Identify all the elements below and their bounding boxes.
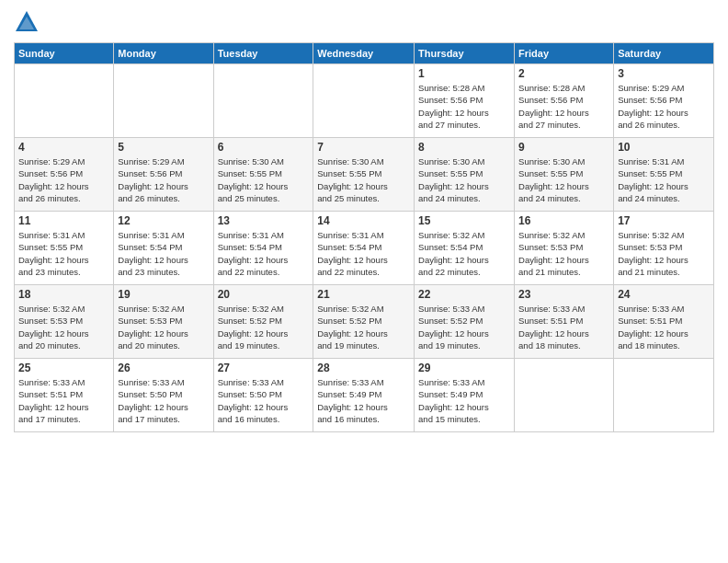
day-number: 6 — [218, 141, 310, 154]
day-detail: Sunrise: 5:28 AM Sunset: 5:56 PM Dayligh… — [518, 82, 609, 131]
day-detail: Sunrise: 5:33 AM Sunset: 5:50 PM Dayligh… — [218, 376, 310, 425]
logo — [14, 9, 43, 35]
calendar-week-4: 18Sunrise: 5:32 AM Sunset: 5:53 PM Dayli… — [15, 285, 714, 359]
calendar-cell: 2Sunrise: 5:28 AM Sunset: 5:56 PM Daylig… — [515, 64, 614, 138]
calendar-week-5: 25Sunrise: 5:33 AM Sunset: 5:51 PM Dayli… — [15, 359, 714, 432]
calendar-header-tuesday: Tuesday — [213, 43, 313, 64]
day-detail: Sunrise: 5:33 AM Sunset: 5:49 PM Dayligh… — [317, 376, 410, 425]
day-detail: Sunrise: 5:33 AM Sunset: 5:50 PM Dayligh… — [118, 376, 209, 425]
calendar-cell: 22Sunrise: 5:33 AM Sunset: 5:52 PM Dayli… — [415, 285, 515, 359]
calendar-cell: 6Sunrise: 5:30 AM Sunset: 5:55 PM Daylig… — [213, 138, 313, 212]
page: SundayMondayTuesdayWednesdayThursdayFrid… — [0, 0, 728, 563]
calendar-cell: 12Sunrise: 5:31 AM Sunset: 5:54 PM Dayli… — [114, 212, 213, 285]
calendar-cell — [313, 64, 415, 138]
day-number: 11 — [18, 214, 109, 227]
day-detail: Sunrise: 5:32 AM Sunset: 5:53 PM Dayligh… — [118, 303, 209, 351]
day-detail: Sunrise: 5:31 AM Sunset: 5:55 PM Dayligh… — [18, 229, 109, 278]
day-detail: Sunrise: 5:31 AM Sunset: 5:54 PM Dayligh… — [317, 229, 410, 278]
calendar-cell: 15Sunrise: 5:32 AM Sunset: 5:54 PM Dayli… — [415, 212, 515, 285]
day-number: 28 — [317, 362, 410, 374]
day-detail: Sunrise: 5:32 AM Sunset: 5:53 PM Dayligh… — [518, 229, 609, 278]
calendar-cell: 4Sunrise: 5:29 AM Sunset: 5:56 PM Daylig… — [15, 138, 114, 212]
calendar-cell: 20Sunrise: 5:32 AM Sunset: 5:52 PM Dayli… — [213, 285, 313, 359]
day-detail: Sunrise: 5:31 AM Sunset: 5:54 PM Dayligh… — [218, 229, 310, 278]
calendar-cell: 23Sunrise: 5:33 AM Sunset: 5:51 PM Dayli… — [515, 285, 614, 359]
calendar-cell: 13Sunrise: 5:31 AM Sunset: 5:54 PM Dayli… — [213, 212, 313, 285]
day-detail: Sunrise: 5:31 AM Sunset: 5:55 PM Dayligh… — [618, 155, 710, 204]
day-number: 3 — [618, 67, 710, 80]
calendar-cell — [15, 64, 114, 138]
calendar-week-3: 11Sunrise: 5:31 AM Sunset: 5:55 PM Dayli… — [15, 212, 714, 285]
day-number: 22 — [418, 288, 510, 301]
day-number: 19 — [118, 288, 209, 301]
day-number: 2 — [518, 67, 609, 80]
calendar-cell — [515, 359, 614, 432]
day-number: 24 — [618, 288, 710, 301]
calendar-cell: 26Sunrise: 5:33 AM Sunset: 5:50 PM Dayli… — [114, 359, 213, 432]
day-detail: Sunrise: 5:33 AM Sunset: 5:51 PM Dayligh… — [18, 376, 109, 425]
day-detail: Sunrise: 5:30 AM Sunset: 5:55 PM Dayligh… — [518, 155, 609, 204]
day-detail: Sunrise: 5:31 AM Sunset: 5:54 PM Dayligh… — [118, 229, 209, 278]
day-number: 26 — [118, 362, 209, 374]
day-detail: Sunrise: 5:33 AM Sunset: 5:51 PM Dayligh… — [618, 303, 710, 351]
day-number: 21 — [317, 288, 410, 301]
day-detail: Sunrise: 5:29 AM Sunset: 5:56 PM Dayligh… — [618, 82, 710, 131]
day-detail: Sunrise: 5:33 AM Sunset: 5:49 PM Dayligh… — [418, 376, 510, 425]
day-detail: Sunrise: 5:33 AM Sunset: 5:52 PM Dayligh… — [418, 303, 510, 351]
day-number: 20 — [218, 288, 310, 301]
calendar-cell: 5Sunrise: 5:29 AM Sunset: 5:56 PM Daylig… — [114, 138, 213, 212]
calendar-cell: 17Sunrise: 5:32 AM Sunset: 5:53 PM Dayli… — [614, 212, 714, 285]
calendar-week-2: 4Sunrise: 5:29 AM Sunset: 5:56 PM Daylig… — [15, 138, 714, 212]
day-number: 16 — [518, 214, 609, 227]
calendar-cell: 29Sunrise: 5:33 AM Sunset: 5:49 PM Dayli… — [415, 359, 515, 432]
day-number: 15 — [418, 214, 510, 227]
day-detail: Sunrise: 5:32 AM Sunset: 5:53 PM Dayligh… — [18, 303, 109, 351]
day-number: 17 — [618, 214, 710, 227]
day-detail: Sunrise: 5:28 AM Sunset: 5:56 PM Dayligh… — [418, 82, 510, 131]
calendar-table: SundayMondayTuesdayWednesdayThursdayFrid… — [14, 42, 714, 432]
calendar-header-friday: Friday — [515, 43, 614, 64]
calendar-header-row: SundayMondayTuesdayWednesdayThursdayFrid… — [15, 43, 714, 64]
calendar-cell — [213, 64, 313, 138]
calendar-cell: 25Sunrise: 5:33 AM Sunset: 5:51 PM Dayli… — [15, 359, 114, 432]
calendar-cell: 7Sunrise: 5:30 AM Sunset: 5:55 PM Daylig… — [313, 138, 415, 212]
day-number: 18 — [18, 288, 109, 301]
calendar-cell: 10Sunrise: 5:31 AM Sunset: 5:55 PM Dayli… — [614, 138, 714, 212]
header — [14, 9, 714, 35]
calendar-cell: 18Sunrise: 5:32 AM Sunset: 5:53 PM Dayli… — [15, 285, 114, 359]
day-detail: Sunrise: 5:30 AM Sunset: 5:55 PM Dayligh… — [317, 155, 410, 204]
calendar-cell: 16Sunrise: 5:32 AM Sunset: 5:53 PM Dayli… — [515, 212, 614, 285]
day-detail: Sunrise: 5:29 AM Sunset: 5:56 PM Dayligh… — [18, 155, 109, 204]
calendar-cell: 27Sunrise: 5:33 AM Sunset: 5:50 PM Dayli… — [213, 359, 313, 432]
calendar-cell: 28Sunrise: 5:33 AM Sunset: 5:49 PM Dayli… — [313, 359, 415, 432]
day-detail: Sunrise: 5:32 AM Sunset: 5:52 PM Dayligh… — [317, 303, 410, 351]
day-detail: Sunrise: 5:32 AM Sunset: 5:53 PM Dayligh… — [618, 229, 710, 278]
calendar-header-saturday: Saturday — [614, 43, 714, 64]
day-detail: Sunrise: 5:30 AM Sunset: 5:55 PM Dayligh… — [418, 155, 510, 204]
day-number: 1 — [418, 67, 510, 80]
day-number: 14 — [317, 214, 410, 227]
calendar-cell: 14Sunrise: 5:31 AM Sunset: 5:54 PM Dayli… — [313, 212, 415, 285]
day-detail: Sunrise: 5:30 AM Sunset: 5:55 PM Dayligh… — [218, 155, 310, 204]
calendar-header-sunday: Sunday — [15, 43, 114, 64]
day-number: 5 — [118, 141, 209, 154]
day-number: 8 — [418, 141, 510, 154]
calendar-header-wednesday: Wednesday — [313, 43, 415, 64]
calendar-header-thursday: Thursday — [415, 43, 515, 64]
calendar-cell: 21Sunrise: 5:32 AM Sunset: 5:52 PM Dayli… — [313, 285, 415, 359]
calendar-cell: 24Sunrise: 5:33 AM Sunset: 5:51 PM Dayli… — [614, 285, 714, 359]
day-number: 4 — [18, 141, 109, 154]
logo-icon — [14, 9, 40, 35]
day-detail: Sunrise: 5:32 AM Sunset: 5:54 PM Dayligh… — [418, 229, 510, 278]
day-detail: Sunrise: 5:29 AM Sunset: 5:56 PM Dayligh… — [118, 155, 209, 204]
day-number: 7 — [317, 141, 410, 154]
day-detail: Sunrise: 5:33 AM Sunset: 5:51 PM Dayligh… — [518, 303, 609, 351]
day-number: 27 — [218, 362, 310, 374]
calendar-cell — [614, 359, 714, 432]
calendar-cell: 1Sunrise: 5:28 AM Sunset: 5:56 PM Daylig… — [415, 64, 515, 138]
day-detail: Sunrise: 5:32 AM Sunset: 5:52 PM Dayligh… — [218, 303, 310, 351]
calendar-cell: 11Sunrise: 5:31 AM Sunset: 5:55 PM Dayli… — [15, 212, 114, 285]
day-number: 29 — [418, 362, 510, 374]
calendar-cell: 3Sunrise: 5:29 AM Sunset: 5:56 PM Daylig… — [614, 64, 714, 138]
day-number: 12 — [118, 214, 209, 227]
